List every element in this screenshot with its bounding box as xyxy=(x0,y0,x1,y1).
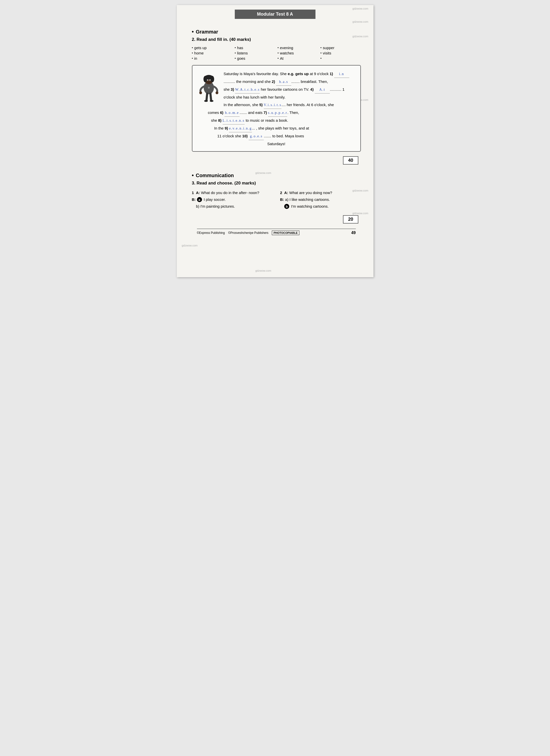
page-footer: ©Express Publishing ©Prosveshcheniye Pub… xyxy=(197,229,356,235)
score-20-container: 20 xyxy=(192,213,361,224)
answer-6: h.o.m.e xyxy=(224,109,239,117)
word-has: has xyxy=(235,46,275,50)
word-visits: visits xyxy=(321,51,361,55)
word-gets-up: gets up xyxy=(192,46,232,50)
footer-publishers: ©Express Publishing ©Prosveshcheniye Pub… xyxy=(197,231,300,235)
text-line-3: o'clock she has lunch with her family. xyxy=(197,93,355,101)
qa-grid: 1 A: What do you do in the after- noon? … xyxy=(192,189,361,210)
svg-point-12 xyxy=(209,100,213,102)
svg-point-10 xyxy=(215,91,218,94)
photocopiable-badge: PHOTOCOPIABLE xyxy=(272,231,300,235)
communication-section-title: Communication xyxy=(192,172,361,179)
text-line-8: 11 o'clock she 10) g.o.e.s....... to bed… xyxy=(197,132,355,140)
score-40: 40 xyxy=(343,156,358,165)
text-line-6: she 8) L.i.s.t.e.n.s to music or reads a… xyxy=(197,117,355,124)
q2-b-a: B: a) I like watching cartoons. xyxy=(280,196,361,203)
grammar-section-title: Grammar xyxy=(192,28,361,35)
svg-point-4 xyxy=(210,76,214,82)
answer-8: L.i.s.t.e.n.s xyxy=(223,117,244,124)
character-illustration xyxy=(197,73,220,103)
answer-3: W.A.t.c.h.e.s xyxy=(235,86,260,93)
word-empty xyxy=(321,56,361,60)
word-home: home xyxy=(192,51,232,55)
text-line-7: In the 9) e.v.e.n.i.n.g... , she plays w… xyxy=(197,124,355,132)
text-line-2: she 3) W.A.t.c.h.e.s her favourite carto… xyxy=(197,86,355,93)
text-line-5: comes 6) h.o.m.e....... and eats 7) s.u.… xyxy=(197,109,355,117)
svg-point-7 xyxy=(207,80,208,80)
watermark-11: gdzwow.com xyxy=(255,269,271,272)
publisher-1: ©Express Publishing xyxy=(197,231,225,235)
word-bank: gets up has evening supper home listens … xyxy=(192,46,361,60)
text-line-4: In the afternoon, she 5) V.i.s.i.t.s....… xyxy=(197,101,355,109)
answer-5: V.i.s.i.t.s xyxy=(264,102,282,109)
q1-b-b: b) I'm painting pictures. xyxy=(192,203,272,210)
answer-9: e.v.e.n.i.n.g xyxy=(229,125,252,132)
q1-b-a: B: a I play soccer. xyxy=(192,196,272,203)
watermark-1: gdzwow.com xyxy=(353,7,369,10)
page-content: Grammar 2. Read and fill in. (40 marks) … xyxy=(177,19,374,243)
reading-text-box: Saturday is Maya's favourite day. She e.… xyxy=(192,65,361,152)
answer-4: A.t xyxy=(315,86,330,93)
word-goes: goes xyxy=(235,56,275,60)
option-1a-circle: a xyxy=(197,197,202,202)
text-paragraph: Saturday is Maya's favourite day. She e.… xyxy=(197,70,355,148)
word-in: in xyxy=(192,56,232,60)
word-supper: supper xyxy=(321,46,361,50)
q1-a: 1 A: What do you do in the after- noon? xyxy=(192,189,272,196)
answer-10: g.o.e.s xyxy=(248,133,264,140)
watermark-10: gdzwow.com xyxy=(182,244,198,247)
word-watches: watches xyxy=(278,51,318,55)
exercise-2-title: 2. Read and fill in. (40 marks) xyxy=(192,37,361,42)
page: gdzwow.com gdzwow.com gdzwow.com gdzwow.… xyxy=(177,5,374,277)
text-line-1: Saturday is Maya's favourite day. She e.… xyxy=(197,70,355,86)
word-listens: listens xyxy=(235,51,275,55)
answer-1: i.n xyxy=(334,71,349,78)
page-title: Modular Test 8 A xyxy=(235,10,316,19)
svg-point-11 xyxy=(204,100,208,102)
svg-point-8 xyxy=(209,80,210,80)
page-number: 49 xyxy=(351,231,356,235)
exercise-3-title: 3. Read and choose. (20 marks) xyxy=(192,181,361,186)
question-2: 2 A: What are you doing now? B: a) I lik… xyxy=(280,189,361,210)
word-at: At xyxy=(278,56,318,60)
question-1: 1 A: What do you do in the after- noon? … xyxy=(192,189,272,210)
text-line-9: Saturdays! xyxy=(197,140,355,148)
answer-2: h.a.s xyxy=(276,78,291,86)
word-evening: evening xyxy=(278,46,318,50)
answer-7: s.u.p.p.e.r xyxy=(268,109,288,117)
publisher-2: ©Prosveshcheniye Publishers xyxy=(228,231,268,235)
score-20: 20 xyxy=(343,215,358,224)
option-2b-circle: b xyxy=(284,204,289,209)
svg-point-9 xyxy=(199,91,202,94)
q2-a: 2 A: What are you doing now? xyxy=(280,189,361,196)
svg-point-13 xyxy=(208,87,209,88)
q2-b-b: b I'm watching cartoons. xyxy=(280,203,361,210)
communication-section: Communication 3. Read and choose. (20 ma… xyxy=(192,172,361,224)
blank-num-1: 1) xyxy=(330,72,334,76)
svg-point-3 xyxy=(203,76,207,82)
score-40-container: 40 xyxy=(192,154,361,165)
